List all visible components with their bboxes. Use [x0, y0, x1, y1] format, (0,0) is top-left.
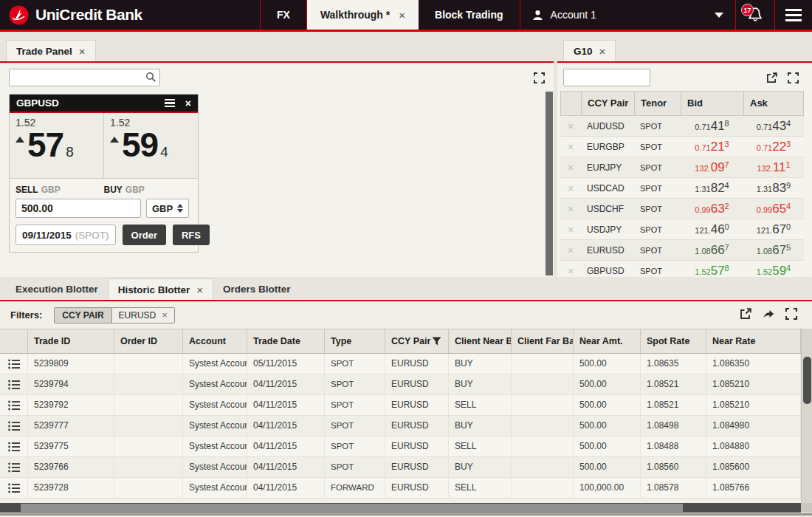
horizontal-scrollbar[interactable]: [0, 503, 801, 513]
remove-row-icon[interactable]: ×: [560, 199, 581, 220]
col-trade-id[interactable]: Trade ID: [28, 329, 114, 353]
tab-walkthrough[interactable]: Walkthrough * ×: [307, 0, 419, 30]
ask-price[interactable]: 121.670: [743, 219, 804, 241]
trade-row[interactable]: 5239792 Systest Account 04/11/2015 SPOT …: [0, 395, 801, 416]
filter-funnel-icon[interactable]: [432, 337, 441, 346]
order-button[interactable]: Order: [123, 225, 166, 245]
tab-execution-blotter[interactable]: Execution Blotter: [6, 278, 108, 300]
share-icon[interactable]: [763, 308, 774, 320]
widget-close-icon[interactable]: ×: [185, 97, 191, 109]
g10-row-eurusd[interactable]: × EURUSD SPOT 1.08667 1.08675: [560, 240, 804, 261]
search-input[interactable]: [9, 69, 160, 86]
remove-row-icon[interactable]: ×: [560, 261, 581, 277]
close-icon[interactable]: ×: [599, 45, 606, 58]
trade-row[interactable]: 5239766 Systest Account 04/11/2015 SPOT …: [0, 457, 801, 478]
row-menu-icon[interactable]: [0, 354, 28, 374]
row-menu-icon[interactable]: [0, 374, 28, 394]
ask-price[interactable]: 0.71434: [743, 116, 804, 137]
row-menu-icon[interactable]: [0, 478, 28, 498]
spot-rate: 1.08498: [641, 416, 706, 436]
trade-row[interactable]: 5239728 Systest Account 04/11/2015 FORWA…: [0, 478, 801, 499]
remove-filter-icon[interactable]: ×: [162, 309, 168, 321]
popout-icon[interactable]: [766, 72, 777, 83]
remove-row-icon[interactable]: ×: [560, 178, 581, 199]
scrollbar-thumb[interactable]: [803, 357, 811, 404]
currency-select[interactable]: GBP: [146, 199, 189, 218]
amount-input[interactable]: [16, 199, 141, 218]
bid-price[interactable]: 1.08667: [681, 240, 743, 261]
notifications-button[interactable]: 17: [736, 0, 774, 30]
remove-row-icon[interactable]: ×: [560, 157, 581, 179]
col-trade-date[interactable]: Trade Date: [247, 329, 325, 353]
g10-row-usdchf[interactable]: × USDCHF SPOT 0.99632 0.99654: [560, 199, 804, 219]
ask-price[interactable]: 1.08675: [743, 240, 804, 261]
scrollbar-thumb[interactable]: [546, 92, 553, 275]
g10-row-usdcad[interactable]: × USDCAD SPOT 1.31824 1.31839: [560, 178, 804, 199]
g10-row-usdjpy[interactable]: × USDJPY SPOT 121.460 121.670: [560, 219, 804, 240]
ask-price[interactable]: 1.31839: [743, 178, 804, 199]
remove-row-icon[interactable]: ×: [560, 116, 581, 137]
bid-price[interactable]: 0.99632: [681, 199, 743, 220]
tab-fx[interactable]: FX: [261, 0, 306, 30]
tab-orders-blotter[interactable]: Orders Blotter: [213, 278, 300, 300]
g10-search-input[interactable]: [563, 69, 650, 86]
tab-historic-blotter[interactable]: Historic Blotter ×: [108, 278, 213, 300]
tab-trade-panel[interactable]: Trade Panel ×: [6, 40, 96, 61]
remove-row-icon[interactable]: ×: [560, 240, 581, 261]
trade-row[interactable]: 5239809 Systest Account 05/11/2015 SPOT …: [0, 354, 801, 374]
col-client-near-base[interactable]: Client Near Bas: [449, 329, 512, 353]
g10-row-eurjpy[interactable]: × EURJPY SPOT 132.097 132.111: [560, 157, 804, 178]
col-client-far-base[interactable]: Client Far Base: [512, 329, 574, 353]
rfs-button[interactable]: RFS: [173, 225, 210, 245]
close-icon[interactable]: ×: [196, 284, 203, 296]
bid-price[interactable]: 1.31824: [681, 178, 743, 199]
menu-button[interactable]: [775, 0, 812, 30]
g10-row-gbpusd[interactable]: × GBPUSD SPOT 1.52578 1.52594: [560, 261, 804, 277]
ask-price[interactable]: 132.111: [743, 157, 804, 179]
row-menu-icon[interactable]: [0, 457, 28, 477]
fullscreen-icon[interactable]: [788, 72, 799, 83]
close-icon[interactable]: ×: [399, 9, 405, 21]
bid-price[interactable]: 121.460: [681, 219, 743, 241]
row-menu-icon[interactable]: [0, 416, 28, 436]
trade-row[interactable]: 5239775 Systest Account 04/11/2015 SPOT …: [0, 436, 801, 457]
fullscreen-icon[interactable]: [785, 308, 797, 320]
ask-price[interactable]: 1.52594: [743, 261, 804, 277]
g10-row-audusd[interactable]: × AUDUSD SPOT 0.71418 0.71434: [560, 116, 804, 137]
filter-chip-ccy-pair[interactable]: CCY PAIR EURUSD ×: [54, 307, 175, 323]
row-menu-icon[interactable]: [0, 395, 28, 415]
trade-row[interactable]: 5239794 Systest Account 04/11/2015 SPOT …: [0, 374, 801, 395]
remove-row-icon[interactable]: ×: [560, 219, 581, 241]
bid-price[interactable]: 0.71418: [681, 116, 743, 137]
g10-row-eurgbp[interactable]: × EURGBP SPOT 0.71213 0.71223: [560, 137, 804, 157]
vertical-scrollbar[interactable]: [546, 92, 553, 275]
bid-price[interactable]: 132.097: [681, 157, 743, 179]
col-ccy-pair[interactable]: CCY Pair: [385, 329, 449, 353]
ask-price[interactable]: 0.71223: [743, 137, 804, 158]
tab-block-trading[interactable]: Block Trading: [419, 0, 520, 30]
scrollbar-thumb[interactable]: [21, 504, 683, 512]
bid-price[interactable]: 1.52578: [681, 261, 743, 277]
col-type[interactable]: Type: [325, 329, 385, 353]
tab-g10[interactable]: G10 ×: [563, 40, 616, 61]
col-order-id[interactable]: Order ID: [114, 329, 183, 353]
widget-menu-icon[interactable]: [165, 99, 175, 108]
vertical-scrollbar[interactable]: [801, 329, 812, 503]
col-near-amt[interactable]: Near Amt.: [574, 329, 641, 353]
close-icon[interactable]: ×: [79, 45, 86, 58]
row-menu-icon[interactable]: [0, 436, 28, 456]
remove-row-icon[interactable]: ×: [560, 137, 581, 158]
sell-price-tile[interactable]: 1.52 57 8: [10, 113, 104, 178]
col-ask: Ask: [744, 92, 805, 115]
buy-price-tile[interactable]: 1.52 59 4: [104, 113, 198, 178]
col-near-rate[interactable]: Near Rate: [706, 329, 801, 353]
popout-icon[interactable]: [740, 308, 751, 320]
col-account[interactable]: Account: [183, 329, 247, 353]
bid-price[interactable]: 0.71213: [681, 137, 743, 158]
fullscreen-icon[interactable]: [534, 72, 545, 83]
trade-row[interactable]: 5239777 Systest Account 04/11/2015 SPOT …: [0, 416, 801, 436]
ask-price[interactable]: 0.99654: [743, 199, 804, 220]
settlement-date-field[interactable]: 09/11/2015 (SPOT): [16, 225, 116, 245]
account-selector[interactable]: Account 1: [520, 0, 735, 30]
col-spot-rate[interactable]: Spot Rate: [641, 329, 706, 353]
